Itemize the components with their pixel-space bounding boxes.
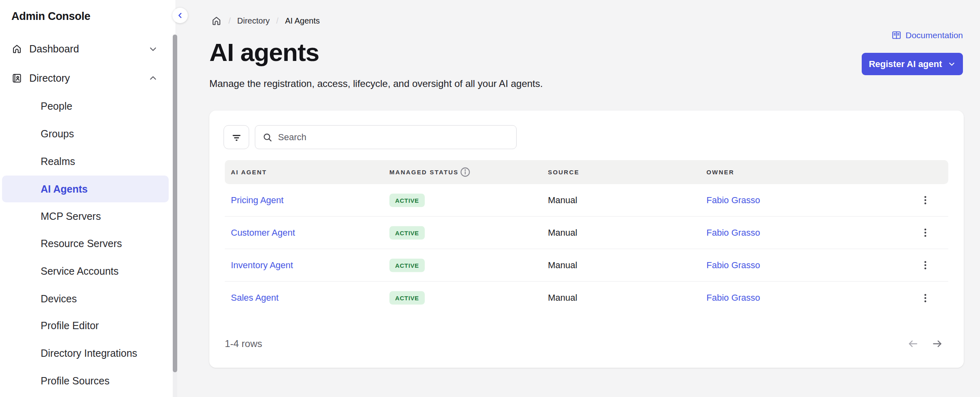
table-header: AI AGENT MANAGED STATUS SOURCE OWNER [225, 160, 948, 184]
sidebar-item-profile-editor[interactable]: Profile Editor [2, 312, 169, 339]
row-actions-button[interactable] [914, 254, 936, 276]
sidebar-item-service-accounts[interactable]: Service Accounts [2, 258, 169, 284]
arrow-left-icon [907, 338, 919, 350]
breadcrumb: / Directory / AI Agents [211, 15, 320, 26]
app-title: Admin Console [11, 10, 90, 23]
sidebar-item-profile-sources[interactable]: Profile Sources [2, 367, 169, 394]
chevron-down-icon [947, 60, 956, 68]
kebab-menu-icon [920, 195, 931, 206]
chevron-up-icon [148, 73, 158, 83]
table-row: Inventory Agent ACTIVE Manual Fabio Gras… [225, 249, 948, 282]
table-row: Sales Agent ACTIVE Manual Fabio Grasso [225, 282, 948, 314]
admin-console-app: Admin Console Dashboard [0, 0, 980, 397]
kebab-menu-icon [920, 260, 931, 271]
column-header-managed-status: MANAGED STATUS [389, 160, 458, 184]
sidebar-item-people[interactable]: People [2, 93, 169, 119]
sidebar-item-label: Directory [29, 72, 70, 84]
status-badge: ACTIVE [389, 291, 425, 305]
arrow-right-icon [931, 338, 943, 350]
ai-agents-card: AI AGENT MANAGED STATUS SOURCE OWNER Pri… [209, 111, 964, 368]
agent-name-link[interactable]: Inventory Agent [231, 260, 293, 271]
book-open-icon [891, 30, 902, 41]
sidebar-item-resource-servers[interactable]: Resource Servers [2, 230, 169, 257]
info-circle-icon[interactable] [459, 166, 471, 178]
sidebar-collapse-button[interactable] [172, 8, 188, 23]
column-header-ai-agent: AI AGENT [231, 160, 267, 184]
owner-link[interactable]: Fabio Grasso [706, 293, 760, 303]
id-card-icon [11, 73, 22, 84]
status-badge: ACTIVE [389, 258, 425, 272]
kebab-menu-icon [920, 293, 931, 304]
sidebar-item-groups[interactable]: Groups [2, 120, 169, 147]
search-field [255, 125, 517, 149]
row-actions-button[interactable] [914, 189, 936, 211]
pagination-prev-button[interactable] [904, 335, 921, 352]
search-input[interactable] [278, 126, 516, 149]
sidebar-item-label: Dashboard [29, 43, 79, 55]
agent-name-link[interactable]: Sales Agent [231, 293, 278, 303]
agent-name-link[interactable]: Pricing Agent [231, 195, 284, 206]
chevron-down-icon [148, 44, 158, 54]
breadcrumb-separator: / [276, 16, 279, 26]
table-row: Pricing Agent ACTIVE Manual Fabio Grasso [225, 184, 948, 217]
chevron-left-icon [176, 11, 185, 20]
pagination-rows-label: 1-4 rows [225, 338, 262, 349]
page-subtitle: Manage the registration, access, lifecyc… [209, 78, 543, 89]
sidebar-item-devices[interactable]: Devices [2, 285, 169, 312]
breadcrumb-directory[interactable]: Directory [237, 16, 270, 26]
page-title: AI agents [209, 38, 319, 67]
filter-lines-icon [231, 132, 242, 143]
register-button-label: Register AI agent [869, 59, 942, 69]
agent-name-link[interactable]: Customer Agent [231, 228, 295, 238]
row-actions-button[interactable] [914, 222, 936, 244]
sidebar: Admin Console Dashboard [0, 0, 176, 397]
owner-link[interactable]: Fabio Grasso [706, 195, 760, 206]
sidebar-item-directory-integrations[interactable]: Directory Integrations [2, 340, 169, 367]
column-header-owner: OWNER [706, 160, 734, 184]
status-badge: ACTIVE [389, 193, 425, 207]
table-body: Pricing Agent ACTIVE Manual Fabio Grasso… [225, 184, 948, 314]
column-header-source: SOURCE [548, 160, 579, 184]
search-icon [262, 132, 273, 143]
source-value: Manual [548, 228, 577, 238]
row-actions-button[interactable] [914, 287, 936, 309]
owner-link[interactable]: Fabio Grasso [706, 228, 760, 238]
source-value: Manual [548, 195, 577, 206]
sidebar-scrollbar-thumb[interactable] [173, 35, 177, 372]
sidebar-item-realms[interactable]: Realms [2, 148, 169, 175]
status-badge: ACTIVE [389, 226, 425, 239]
table-row: Customer Agent ACTIVE Manual Fabio Grass… [225, 217, 948, 249]
register-ai-agent-button[interactable]: Register AI agent [862, 53, 963, 75]
pagination-next-button[interactable] [929, 335, 946, 352]
source-value: Manual [548, 293, 577, 303]
home-icon[interactable] [211, 15, 222, 26]
kebab-menu-icon [920, 227, 931, 238]
breadcrumb-separator: / [228, 16, 231, 26]
filter-button[interactable] [224, 125, 249, 149]
sidebar-item-dashboard[interactable]: Dashboard [0, 37, 171, 60]
sidebar-item-mcp-servers[interactable]: MCP Servers [2, 203, 169, 230]
sidebar-item-ai-agents[interactable]: AI Agents [2, 176, 169, 202]
sidebar-item-directory[interactable]: Directory [0, 67, 171, 89]
breadcrumb-ai-agents: AI Agents [285, 16, 320, 26]
documentation-label: Documentation [906, 30, 963, 40]
documentation-link[interactable]: Documentation [891, 30, 963, 41]
home-icon [11, 43, 22, 54]
owner-link[interactable]: Fabio Grasso [706, 260, 760, 271]
source-value: Manual [548, 260, 577, 271]
